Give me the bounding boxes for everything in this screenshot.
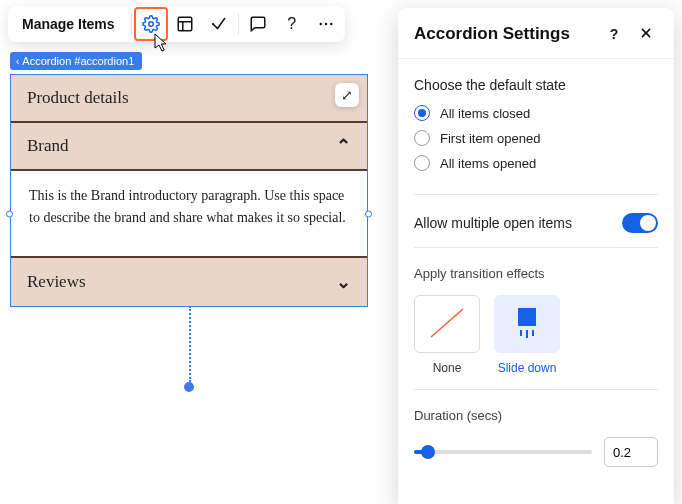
- radio-label: All items closed: [440, 106, 530, 121]
- question-icon: ?: [287, 15, 296, 33]
- separator: [238, 13, 239, 35]
- chevron-left-icon: ‹: [16, 56, 19, 67]
- effect-none[interactable]: None: [414, 295, 480, 375]
- layout-button[interactable]: [168, 7, 202, 41]
- effect-slide-down[interactable]: Slide down: [494, 295, 560, 375]
- radio-all-open[interactable]: All items opened: [414, 155, 658, 171]
- accordion-item-title: Product details: [27, 88, 129, 108]
- duration-input[interactable]: [604, 437, 658, 467]
- help-button[interactable]: ?: [275, 7, 309, 41]
- svg-point-6: [324, 23, 326, 25]
- allow-multiple-toggle[interactable]: [622, 213, 658, 233]
- comment-button[interactable]: [241, 7, 275, 41]
- close-icon: [639, 26, 653, 43]
- more-button[interactable]: [309, 7, 343, 41]
- radio-first-open[interactable]: First item opened: [414, 130, 658, 146]
- expand-handle[interactable]: ⤢: [335, 83, 359, 107]
- chevron-up-icon: ⌃: [336, 135, 351, 157]
- radio-icon: [414, 105, 430, 121]
- slider-thumb[interactable]: [421, 445, 435, 459]
- gear-icon: [142, 15, 160, 33]
- effect-label: None: [433, 361, 462, 375]
- section-duration: Duration (secs): [414, 390, 658, 481]
- section-allow-multiple: Allow multiple open items: [414, 195, 658, 248]
- accordion-item: Reviews ⌄: [11, 258, 367, 306]
- editor-canvas: Manage Items: [0, 0, 390, 504]
- svg-point-5: [319, 23, 321, 25]
- radio-all-closed[interactable]: All items closed: [414, 105, 658, 121]
- add-handle[interactable]: [184, 382, 194, 392]
- effect-label: Slide down: [498, 361, 557, 375]
- radio-label: All items opened: [440, 156, 536, 171]
- section-title: Duration (secs): [414, 408, 658, 423]
- duration-slider[interactable]: [414, 442, 592, 462]
- accordion-item-body[interactable]: This is the Brand introductory paragraph…: [11, 171, 367, 258]
- slider-track: [414, 450, 592, 454]
- expand-icon: ⤢: [341, 87, 353, 103]
- accordion-item-header[interactable]: Brand ⌃: [11, 123, 367, 171]
- svg-rect-11: [518, 308, 536, 326]
- ellipsis-icon: [317, 15, 335, 33]
- section-transition: Apply transition effects None: [414, 248, 658, 390]
- action-bar: Manage Items: [8, 6, 345, 42]
- animation-button[interactable]: [202, 7, 236, 41]
- breadcrumb-label: Accordion #accordion1: [22, 55, 134, 67]
- breadcrumb-tag[interactable]: ‹ Accordion #accordion1: [10, 52, 142, 70]
- svg-rect-1: [178, 17, 192, 31]
- accordion-item: Product details: [11, 75, 367, 123]
- section-title: Choose the default state: [414, 77, 658, 93]
- none-icon: [425, 303, 469, 346]
- add-guideline: [189, 306, 191, 382]
- svg-point-4: [211, 23, 213, 25]
- section-default-state: Choose the default state All items close…: [414, 59, 658, 195]
- svg-point-7: [330, 23, 332, 25]
- accordion-item-header[interactable]: Reviews ⌄: [11, 258, 367, 306]
- comment-icon: [249, 15, 267, 33]
- panel-title: Accordion Settings: [414, 24, 594, 44]
- panel-help-button[interactable]: ?: [602, 22, 626, 46]
- panel-body: Choose the default state All items close…: [398, 59, 674, 497]
- accordion-item-text: This is the Brand introductory paragraph…: [29, 188, 346, 225]
- accordion-item-title: Brand: [27, 136, 69, 156]
- separator: [131, 13, 132, 35]
- selection-handle-right[interactable]: [365, 210, 372, 217]
- slide-down-icon: [512, 304, 542, 345]
- svg-line-10: [431, 309, 463, 337]
- chevron-down-icon: ⌄: [336, 271, 351, 293]
- animation-icon: [210, 15, 228, 33]
- radio-label: First item opened: [440, 131, 540, 146]
- radio-icon: [414, 130, 430, 146]
- manage-items-button[interactable]: Manage Items: [10, 6, 129, 42]
- selection-handle-left[interactable]: [6, 210, 13, 217]
- accordion-item: Brand ⌃ This is the Brand introductory p…: [11, 123, 367, 258]
- section-title: Apply transition effects: [414, 266, 658, 281]
- accordion-item-title: Reviews: [27, 272, 86, 292]
- panel-close-button[interactable]: [634, 22, 658, 46]
- settings-button[interactable]: [134, 7, 168, 41]
- radio-icon: [414, 155, 430, 171]
- accordion-item-header[interactable]: Product details: [11, 75, 367, 123]
- accordion-component[interactable]: ⤢ Product details Brand ⌃ This is the Br…: [10, 74, 368, 307]
- switch-label: Allow multiple open items: [414, 215, 572, 231]
- panel-header: Accordion Settings ?: [398, 8, 674, 59]
- layout-icon: [176, 15, 194, 33]
- question-icon: ?: [610, 26, 619, 42]
- settings-panel: Accordion Settings ? Choose the default …: [398, 8, 674, 504]
- svg-point-0: [148, 22, 153, 27]
